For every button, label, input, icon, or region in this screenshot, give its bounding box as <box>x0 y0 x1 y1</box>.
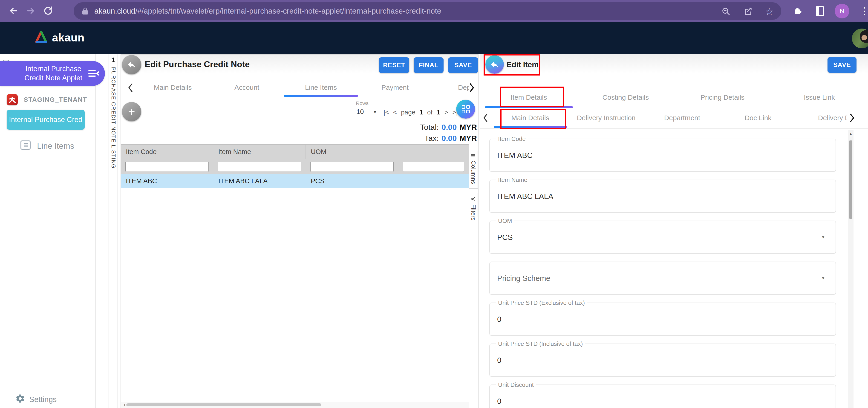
vscrollbar-thumb[interactable] <box>849 141 852 219</box>
rows-caret-icon[interactable]: ▼ <box>373 110 377 115</box>
field-unit-price-inclusive[interactable]: Unit Price STD (Inclusive of tax) 0 <box>489 344 836 377</box>
subtab-delivery-details[interactable]: Delivery D <box>796 109 847 127</box>
back-button[interactable] <box>122 55 141 75</box>
scroll-left-icon[interactable]: ◄ <box>123 403 126 407</box>
sidebar-toggle-icon[interactable] <box>814 5 826 17</box>
kebab-menu-icon[interactable]: ⋮ <box>860 4 868 18</box>
of-word: of <box>427 109 433 116</box>
extension-icon[interactable] <box>792 5 804 17</box>
url-bar[interactable]: akaun.cloud/#/applets/tnt/wavelet/erp/in… <box>73 2 781 20</box>
table-filter-row <box>121 159 469 174</box>
browser-chrome: akaun.cloud/#/applets/tnt/wavelet/erp/in… <box>0 0 868 22</box>
subtab-main-details[interactable]: Main Details <box>492 109 568 127</box>
active-tab-indicator <box>284 95 358 97</box>
applet-pill[interactable]: Internal Purchase Credit Note Applet <box>0 61 105 86</box>
detail-active-subtab-indicator <box>494 126 567 128</box>
vertical-scrollbar[interactable]: ▲ <box>848 130 854 408</box>
filter-input-uom[interactable] <box>310 162 394 172</box>
sidebar-item-line-items[interactable]: Line Items <box>20 140 74 152</box>
rows-per-page-value[interactable]: 10 <box>356 108 364 116</box>
reset-button[interactable]: RESET <box>379 57 409 73</box>
subtab-doc-link[interactable]: Doc Link <box>720 109 796 127</box>
pricing-scheme-caret-icon[interactable]: ▼ <box>821 275 826 281</box>
browser-refresh-icon[interactable] <box>40 3 56 19</box>
tab-pricing-details[interactable]: Pricing Details <box>674 87 771 107</box>
sidebar-item-settings[interactable]: Settings <box>16 394 57 405</box>
subtab-delivery-instruction[interactable]: Delivery Instruction <box>568 109 644 127</box>
url-path: /#/applets/tnt/wavelet/erp/internal-purc… <box>135 7 441 15</box>
horizontal-scrollbar[interactable]: ◄ <box>121 402 469 408</box>
field-unit-discount[interactable]: Unit Discount 0 <box>489 384 836 408</box>
triangle-logo-icon <box>34 30 49 45</box>
pagination: |< < page 1 of 1 > >| <box>383 107 458 118</box>
detail-save-button[interactable]: SAVE <box>828 57 857 73</box>
filter-input-item-code[interactable] <box>125 162 209 172</box>
tenant-row[interactable]: STAGING_TENANT <box>7 94 87 105</box>
browser-profile-avatar[interactable]: N <box>835 4 849 19</box>
column-header-item-code[interactable]: Item Code <box>121 145 213 159</box>
rows-per-page-label: Rows <box>356 100 369 106</box>
collapse-menu-icon[interactable] <box>88 69 100 79</box>
grid-view-button[interactable] <box>456 100 475 119</box>
table-header-row: Item Code Item Name UOM <box>121 144 469 159</box>
star-icon[interactable]: ☆ <box>764 6 774 17</box>
detail-subtab-bar: Main Details Delivery Instruction Depart… <box>492 109 847 127</box>
save-button[interactable]: SAVE <box>448 57 478 73</box>
tab-account[interactable]: Account <box>210 79 284 96</box>
field-unit-price-exclusive[interactable]: Unit Price STD (Exclusive of tax) 0 <box>489 302 836 336</box>
field-pricing-scheme[interactable]: Pricing Scheme ▼ <box>489 262 836 295</box>
share-icon[interactable] <box>743 6 753 17</box>
field-item-name[interactable]: Item Name ITEM ABC LALA <box>489 180 836 213</box>
prev-page-button[interactable]: < <box>393 109 397 116</box>
tab-bar: Main Details Account Line Items Payment … <box>136 79 469 96</box>
settings-label: Settings <box>29 395 57 404</box>
rows-underline <box>356 118 380 118</box>
grip-icon <box>471 154 475 158</box>
table-row[interactable]: ITEM ABC ITEM ABC LALA PCS <box>121 174 469 188</box>
browser-back-icon[interactable] <box>6 3 21 19</box>
tab-payment[interactable]: Payment <box>358 79 432 96</box>
search-icon[interactable] <box>721 6 731 17</box>
page-word: page <box>401 109 415 116</box>
cell-item-code: ITEM ABC <box>121 174 213 188</box>
tab-department[interactable]: Departi <box>432 79 469 96</box>
column-header-extra[interactable] <box>398 145 469 159</box>
lock-icon <box>81 7 89 15</box>
field-item-code[interactable]: Item Code ITEM ABC <box>489 139 836 172</box>
subtab-scroll-right-icon[interactable] <box>847 112 857 123</box>
tab-issue-link[interactable]: Issue Link <box>771 87 868 107</box>
first-page-button[interactable]: |< <box>383 109 389 116</box>
column-header-uom[interactable]: UOM <box>306 145 398 159</box>
add-line-item-button[interactable]: + <box>122 102 141 121</box>
user-photo[interactable] <box>852 29 868 48</box>
column-header-item-name[interactable]: Item Name <box>213 145 306 159</box>
uom-caret-icon[interactable]: ▼ <box>821 234 826 240</box>
tab-scroll-left-icon[interactable] <box>126 82 135 94</box>
detail-title: Edit Item <box>506 60 538 69</box>
purchase-credit-note-panel: Edit Purchase Credit Note RESET FINAL SA… <box>121 54 478 408</box>
tab-main-details[interactable]: Main Details <box>136 79 210 96</box>
next-page-button[interactable]: > <box>444 109 448 116</box>
hscrollbar-thumb[interactable] <box>126 403 321 406</box>
subtab-department[interactable]: Department <box>644 109 720 127</box>
reply-arrow-icon <box>127 60 136 69</box>
tab-item-details[interactable]: Item Details <box>480 87 577 107</box>
list-icon <box>20 140 31 152</box>
module-button[interactable]: Internal Purchase Cred <box>7 110 85 129</box>
breadcrumb-label: PURCHASE CREDIT NOTE LISTING <box>110 67 116 169</box>
final-button[interactable]: FINAL <box>414 57 443 73</box>
browser-forward-icon[interactable] <box>23 3 38 19</box>
scroll-up-icon[interactable]: ▲ <box>849 132 852 136</box>
field-uom[interactable]: UOM PCS ▼ <box>489 221 836 254</box>
tab-scroll-right-icon[interactable] <box>467 82 476 94</box>
tab-costing-details[interactable]: Costing Details <box>577 87 674 107</box>
detail-back-button[interactable] <box>486 55 504 74</box>
filter-input-item-name[interactable] <box>218 162 301 172</box>
tab-line-items[interactable]: Line Items <box>284 79 358 96</box>
page-current: 1 <box>420 109 423 116</box>
subtab-scroll-left-icon[interactable] <box>481 112 490 123</box>
filters-tab[interactable]: Filters <box>469 193 478 217</box>
columns-tab[interactable]: Columns <box>469 151 478 188</box>
akaun-logo: akaun <box>34 30 85 45</box>
filter-input-extra[interactable] <box>403 162 464 172</box>
